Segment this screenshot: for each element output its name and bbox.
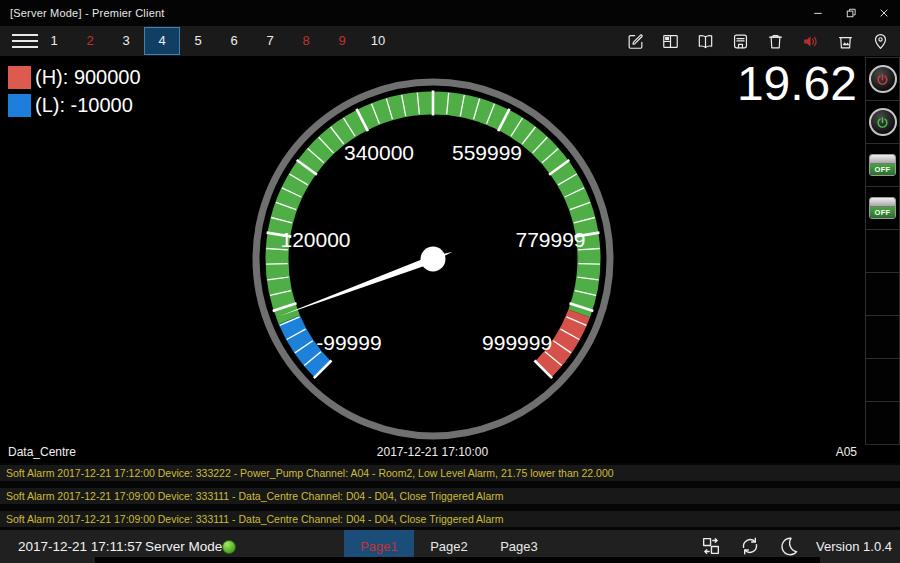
hamburger-icon <box>12 34 38 36</box>
toolbar-tab-7[interactable]: 7 <box>252 27 288 55</box>
pages-icon <box>700 535 722 557</box>
gauge-timestamp: 2017-12-21 17:10:00 <box>0 445 865 459</box>
switch-off-label: OFF <box>870 164 895 175</box>
speaker-icon <box>801 32 820 51</box>
panel-cell-empty <box>865 272 900 316</box>
toolbar-tab-5[interactable]: 5 <box>180 27 216 55</box>
panel-cell-empty <box>865 401 900 445</box>
toolbar-tab-3[interactable]: 3 <box>108 27 144 55</box>
trash-icon <box>766 32 785 51</box>
power-off-button[interactable] <box>869 65 897 93</box>
restore-icon <box>845 7 857 19</box>
control-side-panel: OFFOFF <box>865 56 900 463</box>
toolbar-tab-10[interactable]: 10 <box>360 27 396 55</box>
alarm-row[interactable]: Soft Alarm 2017-12-21 17:12:00 Device: 3… <box>0 465 900 481</box>
alarm-row[interactable]: Soft Alarm 2017-12-21 17:09:00 Device: 3… <box>0 511 900 527</box>
snapshot-icon <box>836 32 855 51</box>
high-alarm-label: (H): 900000 <box>35 66 141 89</box>
snapshot-button[interactable] <box>828 26 863 56</box>
panel-cell-switch-off: OFF <box>865 143 900 187</box>
toolbar-tab-1[interactable]: 1 <box>36 27 72 55</box>
high-alarm-swatch <box>8 66 31 89</box>
night-button[interactable] <box>777 535 801 559</box>
panel-cell-empty <box>865 358 900 402</box>
version-label: Version 1.0.4 <box>816 539 892 554</box>
switch-top <box>870 198 895 207</box>
legend-high-row: (H): 900000 <box>8 66 141 89</box>
alarm-list: Soft Alarm 2017-12-21 17:12:00 Device: 3… <box>0 463 900 530</box>
panel-cell-power-green <box>865 100 900 144</box>
screen-tabs: 12345678910 <box>36 26 396 56</box>
speaker-button[interactable] <box>793 26 828 56</box>
rocker-switch[interactable]: OFF <box>869 154 896 176</box>
toolbar-tab-2[interactable]: 2 <box>72 27 108 55</box>
toolbar-tab-9[interactable]: 9 <box>324 27 360 55</box>
svg-text:-99999: -99999 <box>316 331 381 354</box>
night-icon <box>778 535 800 557</box>
switch-top <box>870 155 895 164</box>
panel-cell-empty <box>865 229 900 273</box>
minimize-icon <box>812 7 824 19</box>
panel-cell-power-red <box>865 57 900 101</box>
statusbar-icons <box>699 535 816 559</box>
panel-cell-empty <box>865 315 900 359</box>
low-alarm-label: (L): -10000 <box>35 94 133 117</box>
toolbar: 12345678910 <box>0 26 900 56</box>
svg-text:120000: 120000 <box>280 228 350 251</box>
save-icon <box>731 32 750 51</box>
book-button[interactable] <box>688 26 723 56</box>
toolbar-tab-4[interactable]: 4 <box>144 27 180 55</box>
save-button[interactable] <box>723 26 758 56</box>
low-alarm-swatch <box>8 94 31 117</box>
restore-button[interactable] <box>834 0 867 26</box>
sync-icon <box>739 535 761 557</box>
svg-text:559999: 559999 <box>452 141 522 164</box>
sync-button[interactable] <box>738 535 762 559</box>
window-controls <box>801 0 900 26</box>
power-icon <box>875 115 890 130</box>
close-icon <box>878 7 890 19</box>
layout-icon <box>661 32 680 51</box>
channel-name: A05 <box>836 445 857 459</box>
pages-button[interactable] <box>699 535 723 559</box>
location-button[interactable] <box>863 26 898 56</box>
window-title: [Server Mode] - Premier Client <box>10 7 165 19</box>
connection-status-indicator <box>222 540 236 554</box>
svg-text:999999: 999999 <box>482 331 552 354</box>
trash-button[interactable] <box>758 26 793 56</box>
close-button[interactable] <box>867 0 900 26</box>
edit-button[interactable] <box>618 26 653 56</box>
panel-cell-switch-off: OFF <box>865 186 900 230</box>
legend-low-row: (L): -10000 <box>8 94 141 117</box>
power-on-button[interactable] <box>869 108 897 136</box>
edit-icon <box>626 32 645 51</box>
svg-text:340000: 340000 <box>344 141 414 164</box>
gauge-info-row: Data_Centre 2017-12-21 17:10:00 A05 <box>0 445 865 461</box>
alarm-legend: (H): 900000 (L): -10000 <box>8 66 141 122</box>
toolbar-tab-8[interactable]: 8 <box>288 27 324 55</box>
switch-off-label: OFF <box>870 207 895 218</box>
toolbar-icons <box>618 26 898 56</box>
current-value-display: 19.62 <box>737 56 857 111</box>
minimize-button[interactable] <box>801 0 834 26</box>
rocker-switch[interactable]: OFF <box>869 197 896 219</box>
power-icon <box>875 72 890 87</box>
book-icon <box>696 32 715 51</box>
taskbar-edge <box>95 557 820 563</box>
toolbar-tab-6[interactable]: 6 <box>216 27 252 55</box>
layout-button[interactable] <box>653 26 688 56</box>
alarm-row[interactable]: Soft Alarm 2017-12-21 17:09:00 Device: 3… <box>0 488 900 504</box>
main-screen: -99999120000340000559999779999999999 (H)… <box>0 56 865 463</box>
svg-text:779999: 779999 <box>515 228 585 251</box>
location-icon <box>871 32 890 51</box>
title-bar: [Server Mode] - Premier Client <box>0 0 900 26</box>
